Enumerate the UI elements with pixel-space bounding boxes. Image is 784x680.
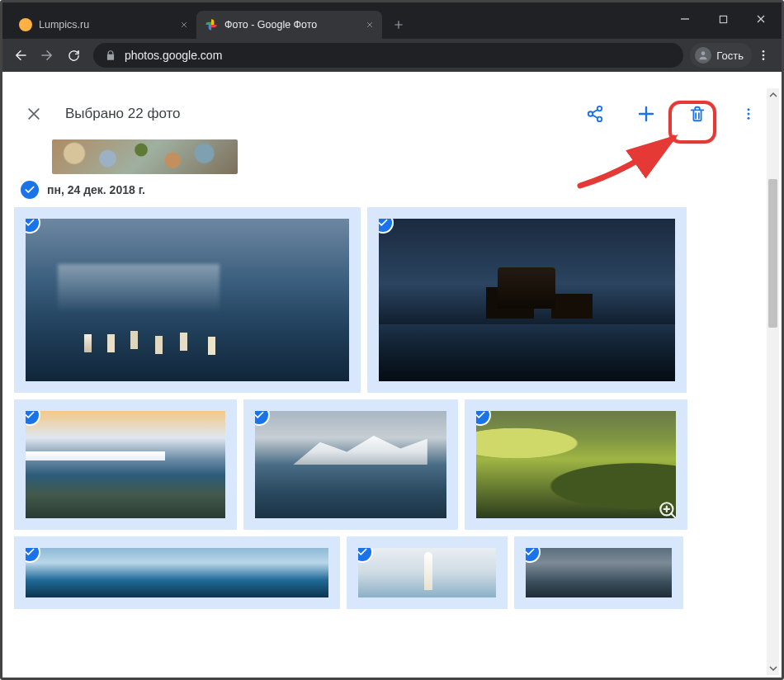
new-tab-button[interactable] (387, 13, 410, 36)
svg-rect-0 (720, 16, 726, 22)
selection-count-text: Выбрано 22 фото (65, 106, 181, 122)
window-maximize-button[interactable] (704, 2, 742, 35)
photo-thumbnail[interactable] (14, 207, 361, 393)
photo-thumbnail[interactable] (514, 536, 683, 609)
svg-point-8 (748, 108, 750, 111)
annotation-highlight-box (668, 101, 716, 144)
tab-title: Фото - Google Фото (224, 19, 359, 31)
photo-grid (14, 207, 770, 609)
share-icon (586, 105, 604, 123)
close-tab-icon[interactable] (180, 21, 188, 29)
browser-chrome: Lumpics.ru Фото - Google Фото (2, 2, 782, 88)
photo-image (358, 548, 496, 597)
photo-select-checkbox[interactable] (374, 214, 392, 232)
plus-icon (636, 104, 656, 124)
svg-point-4 (763, 58, 765, 60)
lock-icon (105, 50, 116, 61)
photo-select-checkbox[interactable] (353, 543, 371, 561)
svg-point-6 (588, 111, 593, 116)
tab-strip: Lumpics.ru Фото - Google Фото (2, 2, 782, 39)
profile-chip[interactable]: Гость (690, 43, 752, 68)
svg-point-11 (660, 503, 673, 515)
svg-point-9 (748, 112, 750, 115)
photo-thumbnail-partial[interactable] (52, 139, 238, 174)
date-group-checkbox[interactable] (21, 181, 39, 199)
window-close-button[interactable] (742, 2, 780, 35)
vertical-scrollbar[interactable] (767, 88, 779, 675)
profile-label: Гость (716, 50, 744, 62)
address-bar[interactable]: photos.google.com (93, 43, 683, 68)
photo-thumbnail[interactable] (465, 399, 687, 530)
more-options-button[interactable] (730, 96, 767, 132)
photo-thumbnail[interactable] (347, 536, 508, 609)
photo-image (476, 411, 676, 518)
photo-thumbnail[interactable] (14, 399, 237, 530)
nav-forward-button[interactable] (34, 42, 60, 68)
photo-image (26, 411, 225, 518)
photo-thumbnail[interactable] (367, 207, 687, 393)
magnify-icon (658, 500, 679, 522)
photo-image (26, 548, 328, 597)
nav-back-button[interactable] (7, 42, 34, 68)
close-tab-icon[interactable] (366, 21, 374, 29)
share-button[interactable] (577, 96, 613, 132)
svg-point-10 (748, 116, 750, 119)
window-controls (666, 2, 780, 35)
browser-menu-button[interactable] (752, 49, 775, 62)
window-minimize-button[interactable] (666, 2, 704, 35)
photo-image (379, 219, 675, 381)
avatar-icon (695, 47, 711, 64)
toolbar-row: photos.google.com Гость (2, 39, 782, 72)
selection-close-button[interactable] (17, 97, 50, 130)
svg-point-3 (763, 54, 765, 57)
photo-select-checkbox[interactable] (521, 543, 539, 561)
svg-point-7 (597, 116, 602, 121)
scroll-up-button[interactable] (767, 88, 779, 102)
svg-point-2 (763, 50, 765, 53)
date-group-header: пн, 24 дек. 2018 г. (21, 181, 770, 199)
browser-tab-lumpics[interactable]: Lumpics.ru (11, 11, 196, 39)
photo-select-checkbox[interactable] (21, 406, 39, 424)
photo-select-checkbox[interactable] (471, 406, 489, 424)
photo-select-checkbox[interactable] (250, 406, 268, 424)
date-label: пн, 24 дек. 2018 г. (47, 183, 145, 196)
browser-tab-google-photos[interactable]: Фото - Google Фото (196, 11, 382, 39)
photo-select-checkbox[interactable] (21, 543, 39, 561)
favicon-google-photos-icon (205, 18, 218, 31)
more-vert-icon (741, 106, 756, 121)
nav-reload-button[interactable] (60, 42, 87, 68)
add-to-button[interactable] (628, 96, 664, 132)
photo-thumbnail[interactable] (14, 536, 340, 609)
photo-stream: пн, 24 дек. 2018 г. (2, 139, 782, 619)
photo-thumbnail[interactable] (243, 399, 458, 530)
svg-point-5 (597, 106, 602, 111)
photo-select-checkbox[interactable] (21, 214, 39, 232)
scroll-thumb[interactable] (768, 179, 777, 328)
favicon-orange-icon (19, 18, 32, 31)
browser-window: Lumpics.ru Фото - Google Фото (0, 0, 784, 680)
photo-image (255, 411, 446, 518)
svg-point-1 (701, 51, 706, 55)
tab-title: Lumpics.ru (39, 19, 173, 31)
page-content: Выбрано 22 фото пн, 24 дек. 2018 г. (2, 88, 782, 678)
selection-toolbar: Выбрано 22 фото (2, 88, 782, 139)
photo-image (526, 548, 672, 597)
scroll-down-button[interactable] (767, 662, 779, 675)
photo-image (26, 219, 349, 381)
url-text: photos.google.com (125, 49, 222, 62)
